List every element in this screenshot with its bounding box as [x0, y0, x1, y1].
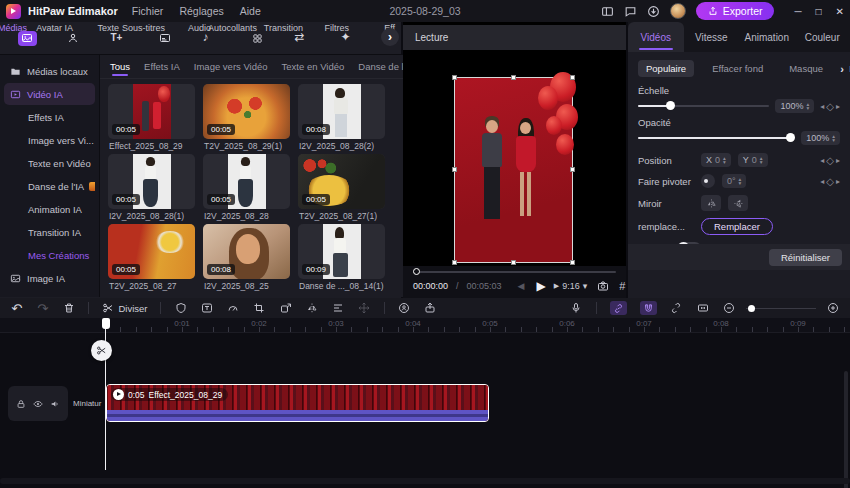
speed-gauge-icon[interactable] [227, 301, 240, 315]
position-keyframe-controls[interactable]: ◂◇▸ [820, 155, 840, 166]
spinner-icon[interactable]: ▴▾ [739, 177, 742, 186]
replace-button[interactable]: Remplacer [701, 218, 773, 235]
download-icon[interactable] [647, 5, 660, 18]
magnet-snap-icon[interactable] [640, 301, 657, 315]
sidebar-item-effets-ia[interactable]: Effets IA [4, 106, 95, 128]
position-y-input[interactable]: Y0 ▴▾ [738, 153, 768, 167]
menu-file[interactable]: Fichier [132, 5, 164, 17]
align-icon[interactable] [331, 301, 344, 315]
export-track-icon[interactable] [424, 301, 437, 315]
export-button[interactable]: Exporter [696, 2, 775, 20]
preview-progress-bar[interactable] [413, 268, 616, 276]
subtab-masque[interactable]: Masque [781, 60, 831, 77]
library-tab-image-vers-video[interactable]: Image vers Vidéo [194, 57, 268, 76]
ribbon-tab-filtres[interactable]: ✦ Filtres [328, 30, 370, 47]
text-box-icon[interactable] [201, 301, 214, 315]
sidebar-item-image-ia[interactable]: Image IA [4, 267, 95, 289]
timeline-horizontal-scrollbar[interactable] [0, 478, 850, 484]
window-maximize-button[interactable]: □ [816, 6, 822, 17]
resize-handle[interactable] [570, 75, 575, 80]
spinner-icon[interactable]: ▴▾ [807, 102, 810, 111]
avatar-record-icon[interactable] [398, 301, 411, 315]
spinner-icon[interactable]: ▴▾ [760, 156, 763, 165]
mute-track-icon[interactable] [50, 399, 60, 409]
sidebar-item-image-vers-video[interactable]: Image vers Vi... [4, 129, 95, 151]
resize-handle[interactable] [570, 260, 575, 265]
resize-handle[interactable] [511, 75, 516, 80]
sidebar-item-animation-ia[interactable]: Animation IA [4, 198, 95, 220]
resize-handle[interactable] [511, 260, 516, 265]
media-item[interactable]: 00:09 Danse de ..._08_14(1) [298, 224, 385, 291]
reset-button[interactable]: Réinitialiser [769, 249, 842, 266]
export-frame-icon[interactable] [279, 301, 292, 315]
rotate-keyframe-controls[interactable]: ◂◇▸ [820, 176, 840, 187]
flip-vertical-button[interactable] [728, 195, 748, 211]
media-item[interactable]: 00:05 I2V_2025_08_28 [203, 154, 290, 221]
tab-videos[interactable]: Vidéos [628, 22, 684, 52]
media-item[interactable]: 00:08 I2V_2025_08_28(2) [298, 84, 385, 151]
scale-slider[interactable] [638, 101, 769, 111]
zoom-slider-knob[interactable] [748, 305, 755, 312]
flip-horizontal-icon[interactable] [305, 301, 318, 315]
resize-handle[interactable] [452, 167, 457, 172]
redo-icon[interactable]: ↷ [36, 301, 49, 315]
grid-overlay-icon[interactable]: # [619, 280, 625, 292]
previous-frame-button[interactable]: ◀ [518, 281, 525, 291]
aspect-ratio-dropdown[interactable]: ▶ 9:16 ▾ [554, 281, 587, 291]
media-item[interactable]: 00:05 T2V_2025_08_29(1) [203, 84, 290, 151]
resize-handle[interactable] [452, 260, 457, 265]
media-item[interactable]: 00:05 T2V_2025_08_27(1) [298, 154, 385, 221]
library-tab-tous[interactable]: Tous [110, 57, 130, 76]
subtab-populaire[interactable]: Populaire [638, 60, 694, 77]
playhead-cap[interactable] [102, 318, 110, 329]
timeline-zoom-slider[interactable] [746, 304, 816, 312]
ribbon-tab-sous-titres[interactable]: Sous-titres [144, 30, 186, 47]
window-close-button[interactable]: ✕ [836, 6, 844, 17]
ribbon-tab-transition[interactable]: ⇄ Transition [282, 30, 324, 47]
scale-value-input[interactable]: 100% ▴▾ [775, 99, 814, 113]
spinner-icon[interactable]: ▴▾ [723, 156, 726, 165]
sidebar-item-transition-ia[interactable]: Transition IA [4, 221, 95, 243]
subtab-effacer-fond[interactable]: Effacer fond [704, 60, 771, 77]
menu-help[interactable]: Aide [240, 5, 261, 17]
toggle-visibility-icon[interactable] [33, 399, 43, 409]
scale-keyframe-controls[interactable]: ◂◇▸ [820, 101, 840, 112]
position-x-input[interactable]: X0 ▴▾ [701, 153, 731, 167]
zoom-out-icon[interactable] [722, 301, 736, 315]
tab-vitesse[interactable]: Vitesse [684, 22, 740, 52]
playhead-split-button[interactable] [91, 340, 112, 361]
move-anchor-icon[interactable] [357, 301, 370, 315]
sidebar-item-video-ia[interactable]: Vidéo IA [4, 83, 95, 105]
sticker-badge-icon[interactable] [174, 301, 187, 315]
opacity-value-input[interactable]: 100% ▴▾ [801, 131, 840, 145]
play-button[interactable]: ▶ [537, 279, 546, 293]
zoom-in-icon[interactable] [826, 301, 840, 315]
media-item[interactable]: 00:05 T2V_2025_08_27 [108, 224, 195, 291]
rotate-value-input[interactable]: 0° ▴▾ [722, 174, 746, 188]
preview-video-frame[interactable] [455, 78, 572, 262]
media-item[interactable]: 00:05 Effect_2025_08_29 [108, 84, 195, 151]
sidebar-item-medias-locaux[interactable]: Médias locaux [4, 60, 95, 82]
timeline-ruler[interactable]: 0:01 0:02 0:03 0:04 0:05 0:06 0:07 0:08 … [0, 318, 850, 333]
flip-horizontal-button[interactable] [701, 195, 721, 211]
sidebar-item-texte-en-video[interactable]: Texte en Vidéo [4, 152, 95, 174]
layout-panels-icon[interactable] [601, 5, 614, 18]
spinner-icon[interactable]: ▴▾ [832, 134, 835, 143]
playhead[interactable] [105, 318, 106, 470]
link-clips-icon[interactable] [610, 301, 627, 315]
crop-icon[interactable] [253, 301, 266, 315]
split-button[interactable]: Diviser [102, 302, 147, 314]
library-tab-effets-ia[interactable]: Effets IA [144, 57, 180, 76]
progress-knob[interactable] [413, 268, 420, 275]
resize-handle[interactable] [570, 167, 575, 172]
opacity-slider[interactable] [638, 133, 795, 143]
tab-animation[interactable]: Animation [739, 22, 795, 52]
media-item[interactable]: 00:08 I2V_2025_08_25 [203, 224, 290, 291]
user-avatar[interactable] [670, 3, 686, 19]
unlink-clips-icon[interactable] [670, 301, 683, 315]
undo-icon[interactable]: ↶ [10, 301, 23, 315]
window-minimize-button[interactable]: ─ [794, 6, 801, 17]
resize-handle[interactable] [452, 75, 457, 80]
timeline-vertical-scrollbar[interactable] [844, 371, 848, 488]
library-tab-texte-en-video[interactable]: Texte en Vidéo [282, 57, 345, 76]
